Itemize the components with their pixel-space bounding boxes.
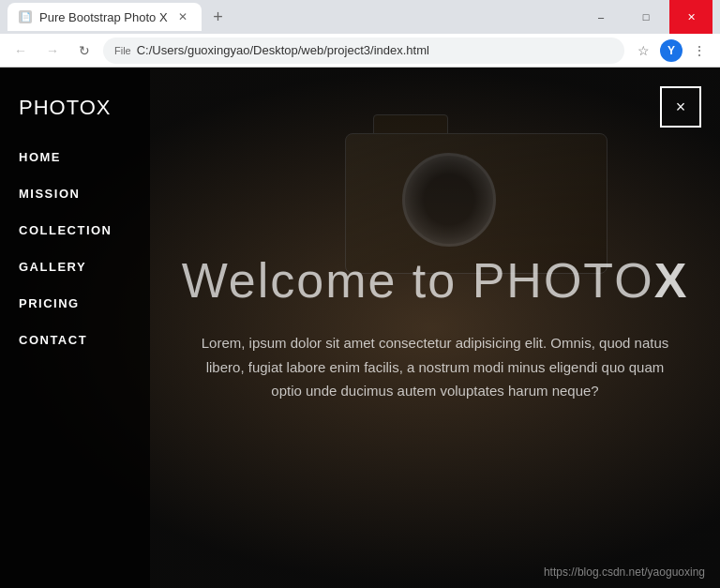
minimize-button[interactable]: – (579, 0, 622, 34)
browser-window: 📄 Pure Bootstrap Photo X ✕ + – □ ✕ ← → ↻… (0, 0, 720, 68)
address-actions: ☆ Y ⋮ (630, 38, 712, 64)
logo: PHOTOX (0, 86, 150, 139)
address-bar: ← → ↻ File C:/Users/guoxingyao/Desktop/w… (0, 34, 720, 68)
nav-item-collection[interactable]: COLLECTION (0, 212, 150, 249)
tab-favicon: 📄 (19, 10, 32, 23)
window-controls: – □ ✕ (579, 0, 712, 34)
hero-section: Welcome to PHOTOX Lorem, ipsum dolor sit… (150, 68, 720, 588)
nav-item-home[interactable]: HOME (0, 139, 150, 175)
tab-title: Pure Bootstrap Photo X (39, 10, 168, 24)
hero-title: Welcome to PHOTOX (182, 252, 689, 309)
nav-item-pricing[interactable]: PRICING (0, 285, 150, 322)
nav-item-contact[interactable]: CONTACT (0, 322, 150, 358)
user-avatar[interactable]: Y (660, 39, 682, 62)
hero-title-suffix: X (654, 253, 689, 308)
menu-button[interactable]: ⋮ (686, 38, 712, 64)
nav-menu: HOME MISSION COLLECTION GALLERY PRICING … (0, 139, 150, 358)
new-tab-button[interactable]: + (205, 4, 232, 30)
maximize-button[interactable]: □ (624, 0, 668, 34)
nav-item-gallery[interactable]: GALLERY (0, 249, 150, 285)
close-button[interactable]: ✕ (669, 0, 712, 34)
nav-item-mission[interactable]: MISSION (0, 175, 150, 212)
back-button[interactable]: ← (8, 38, 34, 64)
browser-tab[interactable]: 📄 Pure Bootstrap Photo X ✕ (8, 3, 202, 31)
url-text: C:/Users/guoxingyao/Desktop/web/project3… (137, 43, 613, 57)
logo-bold: PHOTO (19, 96, 97, 119)
sidebar: PHOTOX HOME MISSION COLLECTION GALLERY P… (0, 68, 150, 588)
website-content: PHOTOX HOME MISSION COLLECTION GALLERY P… (0, 68, 720, 588)
protocol-label: File (114, 45, 131, 56)
title-bar: 📄 Pure Bootstrap Photo X ✕ + – □ ✕ (0, 0, 720, 34)
footer-link[interactable]: https://blog.csdn.net/yaoguoxing (544, 565, 705, 579)
logo-light: X (97, 96, 112, 119)
bookmark-button[interactable]: ☆ (630, 38, 656, 64)
hero-title-prefix: Welcome to PHOTO (182, 253, 654, 308)
hero-description: Lorem, ipsum dolor sit amet consectetur … (191, 331, 679, 403)
forward-button[interactable]: → (39, 38, 66, 64)
menu-close-button[interactable]: × (660, 86, 701, 128)
url-bar[interactable]: File C:/Users/guoxingyao/Desktop/web/pro… (103, 38, 624, 64)
tab-close-button[interactable]: ✕ (175, 9, 190, 24)
refresh-button[interactable]: ↻ (71, 38, 98, 64)
